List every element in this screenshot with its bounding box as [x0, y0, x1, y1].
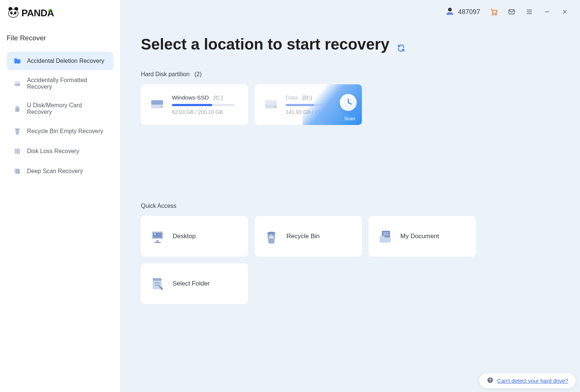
help-pill[interactable]: ? Can't detect your hard drive?	[479, 373, 576, 388]
svg-point-31	[161, 106, 162, 108]
sidebar-item-4[interactable]: Disk Loss Recovery	[7, 142, 113, 160]
svg-rect-33	[265, 100, 277, 105]
disk-info: Windows-SSD (C:)62.03 GB / 200.10 GB	[172, 94, 240, 115]
sidebar-item-label: Accidental Deletion Recovery	[27, 58, 104, 64]
quick-access-label: Desktop	[173, 233, 196, 240]
svg-point-5	[11, 12, 12, 13]
recycle-bin-icon	[263, 228, 280, 245]
main-area: 487097 Select a location to start recove…	[120, 0, 580, 392]
sidebar-item-label: Accidentally Formatted Recovery	[27, 77, 107, 90]
svg-point-41	[267, 232, 275, 234]
sidebar-item-1[interactable]: Accidentally Formatted Recovery	[7, 72, 113, 95]
drive-icon	[13, 80, 21, 88]
svg-rect-46	[153, 278, 162, 281]
quick-access-card-0[interactable]: Desktop	[141, 216, 248, 257]
svg-point-7	[13, 14, 14, 15]
sidebar-item-2[interactable]: U Disk/Memory Card Recovery	[7, 97, 113, 121]
quick-access-card-1[interactable]: Recycle Bin	[255, 216, 362, 257]
sidebar-item-label: Deep Scan Recovery	[27, 168, 83, 175]
sidebar-item-0[interactable]: Accidental Deletion Recovery	[7, 52, 113, 70]
quick-access-label: Select Folder	[173, 280, 210, 287]
refresh-icon[interactable]	[397, 44, 405, 52]
close-button[interactable]	[561, 8, 569, 16]
sidebar-item-label: Recycle Bin Empty Recovery	[27, 128, 103, 135]
menu-icon[interactable]	[525, 8, 533, 16]
disk-size: 62.03 GB / 200.10 GB	[172, 109, 240, 115]
svg-rect-38	[154, 233, 156, 235]
document-folder-icon	[377, 228, 394, 245]
avatar-icon	[445, 7, 454, 17]
user-block[interactable]: 487097	[445, 7, 480, 17]
topbar: 487097	[120, 0, 580, 17]
content: Select a location to start recovery Hard…	[120, 17, 580, 304]
partition-cards: Windows-SSD (C:)62.03 GB / 200.10 GBData…	[141, 84, 559, 125]
scan-icon	[13, 167, 21, 175]
usb-icon	[13, 105, 21, 113]
svg-rect-12	[15, 129, 20, 130]
page-title: Select a location to start recovery	[141, 36, 389, 53]
partition-card-1[interactable]: Data (D:)141.93 GB / 274.62 GBScan	[255, 84, 362, 125]
svg-rect-11	[16, 107, 20, 112]
scan-label: Scan	[344, 116, 355, 121]
svg-point-34	[275, 106, 276, 108]
folder-icon	[13, 57, 21, 65]
quick-access-label: Quick Access	[141, 203, 559, 209]
svg-point-19	[448, 8, 452, 11]
quick-access-label: My Document	[400, 233, 439, 240]
user-id: 487097	[458, 8, 480, 16]
disk-usage-bar	[172, 104, 235, 106]
svg-rect-39	[156, 240, 159, 242]
select-folder-icon	[149, 275, 166, 292]
quick-access-card-2[interactable]: My Document	[369, 216, 476, 257]
partition-section-label: Hard Disk partition (2)	[141, 71, 559, 78]
svg-point-2	[9, 9, 18, 17]
hdd-icon	[263, 97, 279, 113]
quick-access-label: Recycle Bin	[286, 233, 320, 240]
help-link[interactable]: Can't detect your hard drive?	[497, 378, 568, 384]
disk-name: Windows-SSD (C:)	[172, 94, 240, 101]
svg-point-6	[14, 12, 15, 13]
svg-rect-30	[151, 100, 163, 105]
desktop-icon	[149, 228, 166, 245]
partition-card-0[interactable]: Windows-SSD (C:)62.03 GB / 200.10 GB	[141, 84, 248, 125]
disk-stack-icon	[13, 147, 21, 155]
sidebar-item-5[interactable]: Deep Scan Recovery	[7, 162, 113, 180]
svg-rect-13	[15, 149, 17, 154]
quick-access-card-3[interactable]: Select Folder	[141, 263, 248, 304]
sidebar-section-title: File Recover	[0, 34, 120, 50]
panda-face-icon	[7, 7, 19, 19]
svg-rect-14	[17, 149, 18, 154]
cart-icon[interactable]	[490, 8, 498, 16]
svg-point-21	[495, 14, 496, 15]
mail-icon[interactable]	[508, 8, 516, 16]
svg-rect-40	[154, 242, 161, 243]
svg-rect-15	[19, 149, 20, 154]
sidebar-item-label: U Disk/Memory Card Recovery	[27, 102, 107, 115]
svg-text:?: ?	[489, 378, 491, 382]
minimize-button[interactable]	[543, 8, 551, 16]
svg-rect-10	[16, 106, 18, 108]
help-icon: ?	[487, 377, 493, 385]
sidebar-item-3[interactable]: Recycle Bin Empty Recovery	[7, 122, 113, 141]
sidebar: PANDA File Recover Accidental Deletion R…	[0, 0, 120, 392]
leaf-icon	[47, 8, 52, 14]
trash-icon	[13, 127, 21, 135]
sidebar-item-label: Disk Loss Recovery	[27, 148, 79, 155]
quick-access-cards: DesktopRecycle BinMy DocumentSelect Fold…	[141, 216, 559, 304]
svg-point-20	[492, 14, 493, 15]
hdd-icon	[149, 97, 165, 113]
scan-button[interactable]	[340, 94, 357, 111]
svg-point-9	[18, 84, 19, 85]
app-logo: PANDA	[0, 7, 120, 34]
sidebar-nav: Accidental Deletion RecoveryAccidentally…	[0, 52, 120, 180]
